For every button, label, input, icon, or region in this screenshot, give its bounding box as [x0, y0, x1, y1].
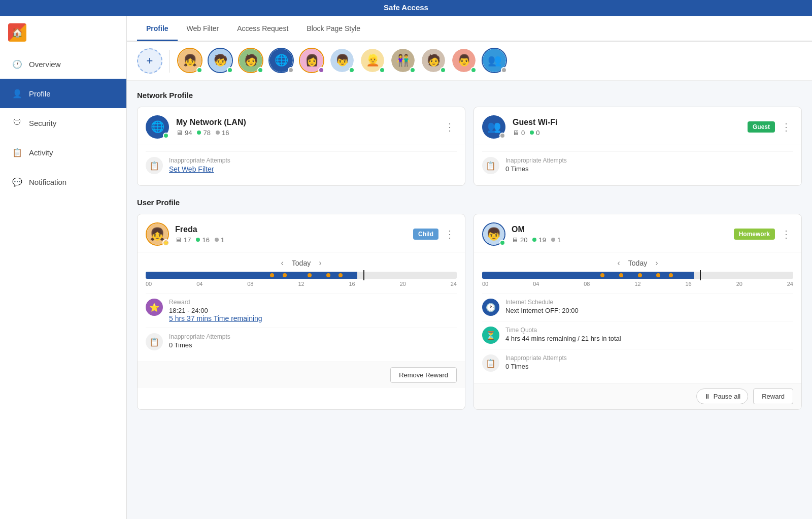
om-menu-button[interactable]: ⋮ — [779, 226, 793, 242]
avatar-2[interactable]: 🧒 — [208, 48, 234, 74]
freda-next-button[interactable]: › — [319, 258, 321, 268]
avatar-7[interactable]: 👱 — [360, 48, 386, 74]
guest-attempts-icon: 📋 — [482, 157, 499, 174]
guest-device-icon: 🖥 — [513, 129, 519, 137]
card-freda-body: ‹ Today › — [138, 252, 465, 362]
lan-total: 🖥 94 — [176, 129, 192, 137]
app-title: Safe Access — [384, 3, 428, 12]
card-freda: 👧 ⭐ Freda 🖥 17 — [137, 214, 465, 410]
guest-attempts-row: 📋 Inappropriate Attempts 0 Times — [482, 151, 793, 179]
sidebar: 🏠 🕐 Overview 👤 Profile 🛡 Security 📋 Acti… — [0, 16, 127, 519]
om-info: OM 🖥 20 19 — [512, 225, 734, 244]
pause-all-button[interactable]: ⏸ Pause all — [696, 388, 748, 404]
guest-menu-button[interactable]: ⋮ — [779, 119, 793, 135]
freda-timeline-labels: 00040812162024 — [146, 281, 457, 287]
om-timeline-nav: ‹ Today › — [482, 258, 793, 268]
sidebar-item-profile[interactable]: 👤 Profile — [0, 79, 126, 108]
card-guest: 👥 Guest Wi-Fi 🖥 0 — [473, 107, 802, 186]
avatar-freda[interactable]: 👧 — [177, 48, 204, 74]
om-attempts-row: 📋 Inappropriate Attempts 0 Times — [482, 349, 793, 377]
notification-icon: 💬 — [12, 176, 23, 187]
sidebar-item-security[interactable]: 🛡 Security — [0, 108, 126, 138]
avatar-6[interactable]: 👦 — [329, 48, 356, 74]
om-timeline-label: Today — [628, 259, 647, 267]
tab-access-request[interactable]: Access Request — [228, 17, 297, 41]
om-quota-label: Time Quota — [505, 327, 793, 334]
guest-attempts-value: 0 Times — [505, 165, 793, 173]
guest-name: Guest Wi-Fi — [513, 118, 748, 127]
card-lan: 🌐 My Network (LAN) 🖥 94 — [137, 107, 465, 186]
om-schedule-label: Internet Schedule — [505, 299, 793, 306]
freda-total: 🖥 17 — [175, 236, 191, 244]
guest-info: Guest Wi-Fi 🖥 0 0 — [513, 118, 748, 137]
guest-badge: Guest — [748, 121, 775, 133]
lan-attempts-label: Inappropriate Attempts — [169, 157, 457, 164]
om-schedule-value: Next Internet OFF: 20:00 — [505, 307, 793, 314]
avatar-group[interactable]: 👥 — [482, 48, 508, 74]
freda-attempts-info: Inappropriate Attempts 0 Times — [169, 333, 457, 349]
freda-timeline-nav: ‹ Today › — [146, 258, 457, 268]
sidebar-item-overview[interactable]: 🕐 Overview — [0, 49, 126, 79]
freda-reward-label: Reward — [169, 299, 457, 306]
sidebar-item-activity[interactable]: 📋 Activity — [0, 138, 126, 167]
avatar-5[interactable]: 👩 — [299, 48, 325, 74]
card-lan-header: 🌐 My Network (LAN) 🖥 94 — [138, 107, 465, 145]
tab-block-page-style[interactable]: Block Page Style — [297, 17, 369, 41]
freda-timeline-label: Today — [292, 259, 311, 267]
avatars-row: + 👧 🧒 🧑 — [127, 42, 812, 81]
main-content: Profile Web Filter Access Request Block … — [127, 16, 812, 519]
freda-device-icon: 🖥 — [175, 236, 182, 244]
avatar-network[interactable]: 🌐 — [268, 48, 295, 74]
avatar-divider — [170, 50, 170, 73]
sidebar-label-overview: Overview — [29, 60, 61, 69]
card-om: 👦 OM 🖥 20 — [473, 214, 802, 410]
freda-reward-row: ⭐ Reward 18:21 - 24:00 5 hrs 37 mins Tim… — [146, 293, 457, 328]
avatar-9[interactable]: 🧑 — [421, 48, 447, 74]
freda-menu-button[interactable]: ⋮ — [443, 226, 457, 242]
lan-offline: 16 — [216, 129, 229, 137]
freda-attempts-label: Inappropriate Attempts — [169, 333, 457, 340]
add-profile-button[interactable]: + — [137, 48, 162, 74]
avatar-3[interactable]: 🧑 — [238, 48, 264, 74]
remove-reward-button[interactable]: Remove Reward — [390, 367, 457, 383]
lan-set-web-filter-link[interactable]: Set Web Filter — [169, 165, 457, 173]
freda-reward-remaining[interactable]: 5 hrs 37 mins Time remaining — [169, 314, 457, 322]
freda-reward-icon: ⭐ — [146, 299, 163, 316]
tab-profile[interactable]: Profile — [137, 17, 178, 41]
top-bar: Safe Access — [0, 0, 812, 16]
guest-online: 0 — [530, 129, 539, 137]
freda-reward-info: Reward 18:21 - 24:00 5 hrs 37 mins Time … — [169, 299, 457, 322]
freda-stats: 🖥 17 16 1 — [175, 236, 413, 244]
om-schedule-row: 🕐 Internet Schedule Next Internet OFF: 2… — [482, 293, 793, 321]
freda-timeline-track — [146, 272, 457, 279]
tab-web-filter[interactable]: Web Filter — [178, 17, 228, 41]
om-stats: 🖥 20 19 1 — [512, 236, 734, 244]
sidebar-label-profile: Profile — [29, 89, 51, 98]
user-profile-title: User Profile — [137, 198, 802, 207]
lan-info: My Network (LAN) 🖥 94 78 — [176, 118, 443, 137]
sidebar-item-notification[interactable]: 💬 Notification — [0, 167, 126, 197]
freda-name: Freda — [175, 225, 413, 234]
om-prev-button[interactable]: ‹ — [617, 258, 620, 268]
activity-icon: 📋 — [12, 147, 23, 158]
lan-menu-button[interactable]: ⋮ — [443, 119, 457, 135]
card-guest-body: 📋 Inappropriate Attempts 0 Times — [474, 145, 801, 185]
avatar-10[interactable]: 👨 — [451, 48, 478, 74]
om-quota-value: 4 hrs 44 mins remaining / 21 hrs in tota… — [505, 335, 793, 342]
sidebar-label-security: Security — [29, 119, 56, 127]
om-next-button[interactable]: › — [655, 258, 658, 268]
avatar-8[interactable]: 👫 — [390, 48, 417, 74]
user-cards-grid: 👧 ⭐ Freda 🖥 17 — [137, 214, 802, 410]
om-quota-info: Time Quota 4 hrs 44 mins remaining / 21 … — [505, 327, 793, 342]
om-attempts-value: 0 Times — [505, 363, 793, 370]
freda-offline: 1 — [215, 236, 224, 244]
card-freda-footer: Remove Reward — [138, 362, 465, 388]
freda-prev-button[interactable]: ‹ — [281, 258, 283, 268]
lan-device-icon: 🖥 — [176, 129, 183, 137]
reward-button[interactable]: Reward — [753, 388, 793, 404]
om-schedule-info: Internet Schedule Next Internet OFF: 20:… — [505, 299, 793, 314]
om-device-icon: 🖥 — [512, 236, 518, 244]
om-name: OM — [512, 225, 734, 234]
om-badge: Homework — [734, 229, 775, 240]
lan-attempts-row: 📋 Inappropriate Attempts Set Web Filter — [146, 151, 457, 179]
